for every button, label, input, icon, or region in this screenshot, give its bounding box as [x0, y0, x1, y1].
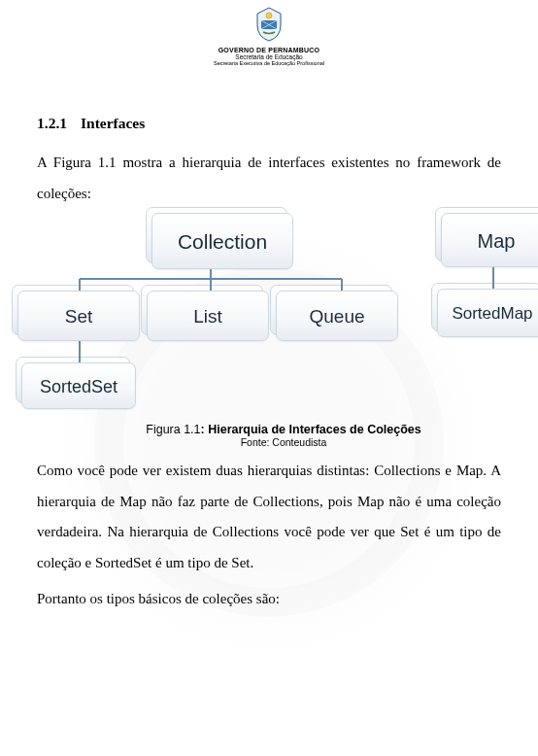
header-line-2: Secretaria de Educação	[0, 53, 538, 60]
node-set: Set	[17, 291, 140, 341]
paragraph-2: Como você pode ver existem duas hierarqu…	[37, 456, 501, 578]
node-sortedmap: SortedMap	[437, 289, 538, 337]
page-header: GOVERNO DE PERNAMBUCO Secretaria de Educ…	[0, 0, 538, 66]
node-collection: Collection	[151, 213, 293, 269]
node-map: Map	[441, 213, 538, 267]
caption-title: : Hierarquia de Interfaces de Coleções	[201, 423, 421, 436]
page-content: 1.2.1Interfaces A Figura 1.1 mostra a hi…	[0, 66, 538, 615]
node-queue: Queue	[276, 291, 398, 341]
paragraph-3: Portanto os tipos básicos de coleções sã…	[37, 584, 501, 615]
hierarchy-diagram: Collection Set List Queue	[12, 213, 538, 448]
node-list: List	[147, 291, 269, 341]
figure-caption: Figura 1.1: Hierarquia de Interfaces de …	[12, 423, 538, 448]
caption-source: Fonte: Conteudista	[12, 436, 538, 448]
intro-paragraph: A Figura 1.1 mostra a hierarquia de inte…	[37, 148, 501, 209]
node-sortedset: SortedSet	[21, 362, 136, 409]
caption-label: Figura 1.1	[146, 423, 200, 436]
header-line-1: GOVERNO DE PERNAMBUCO	[0, 47, 538, 53]
government-crest-icon	[252, 6, 286, 43]
svg-point-0	[266, 13, 272, 18]
section-number: 1.2.1	[37, 115, 67, 132]
section-title: Interfaces	[81, 115, 145, 131]
section-heading: 1.2.1Interfaces	[37, 115, 501, 132]
